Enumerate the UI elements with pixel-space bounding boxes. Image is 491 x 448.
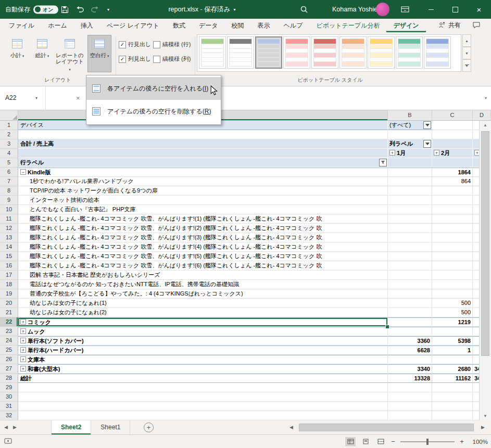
row-header[interactable]: 14 [0, 242, 18, 252]
row-header[interactable]: 23 [0, 327, 18, 336]
cell-b8[interactable] [388, 186, 432, 196]
pivot-style-2[interactable] [227, 36, 254, 69]
cell-a25[interactable]: +単行本(ハードカバー) [18, 345, 388, 355]
row-header[interactable]: 32 [0, 411, 18, 420]
banded-rows-checkbox[interactable]: 縞模様 (行) [153, 41, 198, 48]
cell-a9[interactable]: インターネット技術の絵本 [18, 196, 388, 205]
minimize-button[interactable] [419, 0, 443, 19]
row-headers-checkbox[interactable]: 行見出し [119, 41, 153, 48]
ribbon-tab[interactable]: ファイル [2, 19, 41, 32]
name-box[interactable]: A22 [0, 86, 46, 110]
cell-a7[interactable]: 1秒でわかる!アパレル業界ハンドブック [18, 177, 388, 186]
cell-c28[interactable]: 11162 [432, 374, 473, 383]
cell-b26[interactable] [388, 355, 432, 364]
pivot-style-1[interactable] [199, 36, 226, 69]
cell-a32[interactable] [18, 411, 388, 420]
cell-c6[interactable]: 1864 [432, 168, 473, 177]
cancel-entry-icon[interactable]: × [76, 86, 80, 110]
comments-icon[interactable] [472, 21, 481, 31]
gallery-more-icon[interactable]: ▼ [462, 59, 471, 72]
cell-c31[interactable] [432, 402, 473, 411]
cell-c25[interactable]: 1 [432, 345, 473, 355]
subtotals-button[interactable]: 小計 ▾ [5, 35, 29, 72]
zoom-slider[interactable] [400, 441, 455, 442]
cell-c27[interactable]: 2680 [432, 364, 473, 374]
save-icon[interactable] [58, 3, 71, 16]
cell-c4[interactable]: +2月 [432, 149, 473, 158]
cell-c18[interactable] [432, 280, 473, 289]
row-header[interactable]: 3 [0, 139, 18, 149]
row-header[interactable]: 8 [0, 186, 18, 196]
cell-c16[interactable] [432, 261, 473, 271]
ribbon-tab[interactable]: 校閲 [225, 19, 251, 32]
ribbon-tab[interactable]: ホーム [41, 19, 74, 32]
cell-c2[interactable] [432, 130, 473, 139]
search-icon[interactable] [298, 3, 310, 16]
sheet-tab-sheet1[interactable]: Sheet1 [91, 420, 130, 434]
formula-bar-expand-icon[interactable]: ▾ [485, 86, 487, 110]
ribbon-tab[interactable]: 表示 [251, 19, 277, 32]
cell-a26[interactable]: +文庫本 [18, 355, 388, 364]
undo-icon[interactable] [74, 3, 86, 16]
expand-icon[interactable]: + [20, 347, 26, 353]
zoom-slider-knob[interactable] [426, 439, 429, 445]
cell-a23[interactable]: +ムック [18, 327, 388, 336]
cell-b7[interactable] [388, 177, 432, 186]
cell-b3[interactable]: 列ラベル [388, 139, 432, 149]
pivot-style-8[interactable] [396, 36, 423, 69]
ribbon-tab[interactable]: ページ レイアウト [100, 19, 166, 32]
pivot-style-3[interactable] [255, 36, 282, 69]
cell-c3[interactable] [432, 139, 473, 149]
row-header[interactable]: 31 [0, 402, 18, 411]
maximize-button[interactable] [443, 0, 467, 19]
column-header-c[interactable]: C [432, 110, 473, 120]
row-header[interactable]: 27 [0, 364, 18, 374]
menu-item[interactable]: アイテムの後ろの空行を削除する(R) [86, 100, 221, 123]
cell-c20[interactable]: 500 [432, 299, 473, 308]
cell-b27[interactable]: 3340 [388, 364, 432, 374]
cell-a2[interactable] [18, 130, 388, 139]
row-header[interactable]: 1 [0, 121, 18, 130]
cell-a21[interactable]: 幼なじみは女の子になぁれ(2) [18, 308, 388, 317]
user-name[interactable]: Kohama Yoshie [332, 6, 377, 13]
qat-customize-icon[interactable]: ▾ [102, 3, 115, 16]
scroll-up-icon[interactable]: ▲ [480, 123, 491, 127]
ribbon-tab[interactable]: データ [192, 19, 225, 32]
cell-a8[interactable]: TCP/IPの絵本 ネットワークが面白くなる9つの扉 [18, 186, 388, 196]
zoom-out-icon[interactable]: − [391, 438, 396, 445]
expand-icon[interactable]: + [20, 319, 26, 325]
cell-c9[interactable] [432, 196, 473, 205]
cell-a29[interactable] [18, 383, 388, 392]
row-header[interactable]: 15 [0, 252, 18, 261]
cell-c14[interactable] [432, 242, 473, 252]
cell-b13[interactable] [388, 233, 432, 242]
grand-totals-button[interactable]: 総計 ▾ [30, 35, 54, 72]
cell-a17[interactable]: 図解 古事記・日本書紀 歴史がおもしろいシリーズ [18, 271, 388, 280]
cell-a30[interactable] [18, 392, 388, 402]
banded-columns-checkbox[interactable]: 縞模様 (列) [153, 55, 198, 63]
pivot-style-9[interactable] [424, 36, 451, 69]
expand-icon[interactable]: + [20, 366, 26, 372]
row-header[interactable]: 19 [0, 289, 18, 299]
cell-c8[interactable] [432, 186, 473, 196]
cell-c10[interactable] [432, 205, 473, 214]
row-header[interactable]: 13 [0, 233, 18, 242]
cell-a13[interactable]: 艦隊これくしょん -艦これ- 4コマコミック 吹雪、がんばります!(3) (艦隊… [18, 233, 388, 242]
cell-a3[interactable]: 合計 / 売上高 [18, 139, 388, 149]
sheet-nav-left-icon[interactable]: ◀ [4, 420, 8, 434]
pivot-style-5[interactable] [311, 36, 338, 69]
cell-b29[interactable] [388, 383, 432, 392]
row-header[interactable]: 9 [0, 196, 18, 205]
hscroll-left-icon[interactable]: ◀ [289, 425, 293, 430]
cell-c7[interactable]: 864 [432, 177, 473, 186]
fill-handle[interactable] [385, 325, 389, 329]
row-header[interactable]: 12 [0, 224, 18, 233]
cell-b18[interactable] [388, 280, 432, 289]
name-box-dropdown-icon[interactable]: ▾ [35, 86, 37, 110]
cell-b2[interactable] [388, 130, 432, 139]
cell-b11[interactable] [388, 214, 432, 224]
cell-b12[interactable] [388, 224, 432, 233]
vertical-scrollbar[interactable]: ▲ ▼ [479, 121, 491, 420]
column-header-d[interactable]: D [473, 110, 491, 120]
cell-c19[interactable] [432, 289, 473, 299]
